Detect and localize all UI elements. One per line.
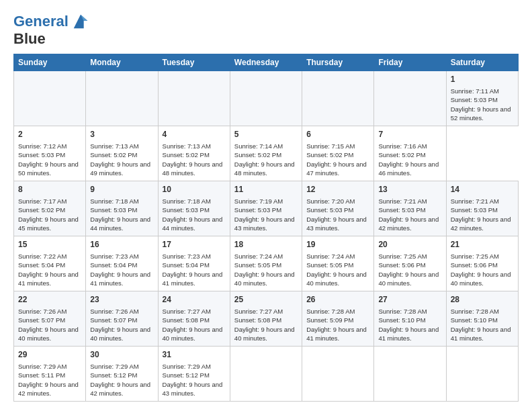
page-header: General Blue xyxy=(13,12,519,47)
calendar-day-31: 31Sunrise: 7:29 AMSunset: 5:12 PMDayligh… xyxy=(158,347,230,402)
calendar-day-7: 7Sunrise: 7:16 AMSunset: 5:02 PMDaylight… xyxy=(374,126,446,181)
calendar-day-23: 23Sunrise: 7:26 AMSunset: 5:07 PMDayligh… xyxy=(86,291,158,347)
logo: General Blue xyxy=(13,12,90,47)
weekday-header-thursday: Thursday xyxy=(302,54,374,71)
weekday-header-saturday: Saturday xyxy=(446,54,518,71)
svg-marker-0 xyxy=(74,15,88,29)
calendar-day-13: 13Sunrise: 7:21 AMSunset: 5:03 PMDayligh… xyxy=(374,181,446,236)
empty-cell xyxy=(158,71,230,126)
calendar-day-29: 29Sunrise: 7:29 AMSunset: 5:11 PMDayligh… xyxy=(14,347,86,402)
calendar-week-6: 29Sunrise: 7:29 AMSunset: 5:11 PMDayligh… xyxy=(14,347,519,402)
calendar-day-21: 21Sunrise: 7:25 AMSunset: 5:06 PMDayligh… xyxy=(446,236,518,291)
weekday-header-row: SundayMondayTuesdayWednesdayThursdayFrid… xyxy=(14,54,519,71)
calendar-day-4: 4Sunrise: 7:13 AMSunset: 5:02 PMDaylight… xyxy=(158,126,230,181)
calendar-day-15: 15Sunrise: 7:22 AMSunset: 5:04 PMDayligh… xyxy=(14,236,86,291)
calendar-day-17: 17Sunrise: 7:23 AMSunset: 5:04 PMDayligh… xyxy=(158,236,230,291)
empty-cell xyxy=(86,71,158,126)
calendar-day-16: 16Sunrise: 7:23 AMSunset: 5:04 PMDayligh… xyxy=(86,236,158,291)
calendar-day-1: 1Sunrise: 7:11 AMSunset: 5:03 PMDaylight… xyxy=(446,71,518,126)
calendar-day-10: 10Sunrise: 7:18 AMSunset: 5:03 PMDayligh… xyxy=(158,181,230,236)
calendar-day-12: 12Sunrise: 7:20 AMSunset: 5:03 PMDayligh… xyxy=(302,181,374,236)
calendar-day-24: 24Sunrise: 7:27 AMSunset: 5:08 PMDayligh… xyxy=(158,291,230,347)
empty-cell xyxy=(302,347,374,402)
calendar-day-14: 14Sunrise: 7:21 AMSunset: 5:03 PMDayligh… xyxy=(446,181,518,236)
calendar-day-6: 6Sunrise: 7:15 AMSunset: 5:02 PMDaylight… xyxy=(302,126,374,181)
logo-text-general: General xyxy=(13,13,69,30)
calendar-day-9: 9Sunrise: 7:18 AMSunset: 5:03 PMDaylight… xyxy=(86,181,158,236)
calendar-body: 1Sunrise: 7:11 AMSunset: 5:03 PMDaylight… xyxy=(14,71,519,402)
empty-cell xyxy=(302,71,374,126)
calendar-table: SundayMondayTuesdayWednesdayThursdayFrid… xyxy=(13,54,519,402)
calendar-day-3: 3Sunrise: 7:13 AMSunset: 5:02 PMDaylight… xyxy=(86,126,158,181)
empty-cell xyxy=(230,71,302,126)
calendar-day-28: 28Sunrise: 7:28 AMSunset: 5:10 PMDayligh… xyxy=(446,291,518,347)
weekday-header-friday: Friday xyxy=(374,54,446,71)
calendar-day-2: 2Sunrise: 7:12 AMSunset: 5:03 PMDaylight… xyxy=(14,126,86,181)
calendar-day-11: 11Sunrise: 7:19 AMSunset: 5:03 PMDayligh… xyxy=(230,181,302,236)
calendar-day-25: 25Sunrise: 7:27 AMSunset: 5:08 PMDayligh… xyxy=(230,291,302,347)
weekday-header-monday: Monday xyxy=(86,54,158,71)
empty-cell xyxy=(446,347,518,402)
calendar-day-5: 5Sunrise: 7:14 AMSunset: 5:02 PMDaylight… xyxy=(230,126,302,181)
calendar-week-3: 8Sunrise: 7:17 AMSunset: 5:02 PMDaylight… xyxy=(14,181,519,236)
empty-cell xyxy=(374,71,446,126)
calendar-day-18: 18Sunrise: 7:24 AMSunset: 5:05 PMDayligh… xyxy=(230,236,302,291)
calendar-day-26: 26Sunrise: 7:28 AMSunset: 5:09 PMDayligh… xyxy=(302,291,374,347)
logo-icon xyxy=(71,12,90,31)
weekday-header-sunday: Sunday xyxy=(14,54,86,71)
calendar-day-30: 30Sunrise: 7:29 AMSunset: 5:12 PMDayligh… xyxy=(86,347,158,402)
calendar-week-4: 15Sunrise: 7:22 AMSunset: 5:04 PMDayligh… xyxy=(14,236,519,291)
calendar-page: General Blue SundayMondayTuesdayWednesda… xyxy=(0,0,532,408)
calendar-day-8: 8Sunrise: 7:17 AMSunset: 5:02 PMDaylight… xyxy=(14,181,86,236)
empty-cell xyxy=(374,347,446,402)
calendar-week-5: 22Sunrise: 7:26 AMSunset: 5:07 PMDayligh… xyxy=(14,291,519,347)
calendar-day-19: 19Sunrise: 7:24 AMSunset: 5:05 PMDayligh… xyxy=(302,236,374,291)
empty-cell xyxy=(14,71,86,126)
weekday-header-tuesday: Tuesday xyxy=(158,54,230,71)
calendar-week-2: 2Sunrise: 7:12 AMSunset: 5:03 PMDaylight… xyxy=(14,126,519,181)
calendar-week-1: 1Sunrise: 7:11 AMSunset: 5:03 PMDaylight… xyxy=(14,71,519,126)
empty-cell xyxy=(230,347,302,402)
calendar-day-27: 27Sunrise: 7:28 AMSunset: 5:10 PMDayligh… xyxy=(374,291,446,347)
calendar-day-20: 20Sunrise: 7:25 AMSunset: 5:06 PMDayligh… xyxy=(374,236,446,291)
logo-text-blue: Blue xyxy=(13,31,90,47)
calendar-day-22: 22Sunrise: 7:26 AMSunset: 5:07 PMDayligh… xyxy=(14,291,86,347)
weekday-header-wednesday: Wednesday xyxy=(230,54,302,71)
